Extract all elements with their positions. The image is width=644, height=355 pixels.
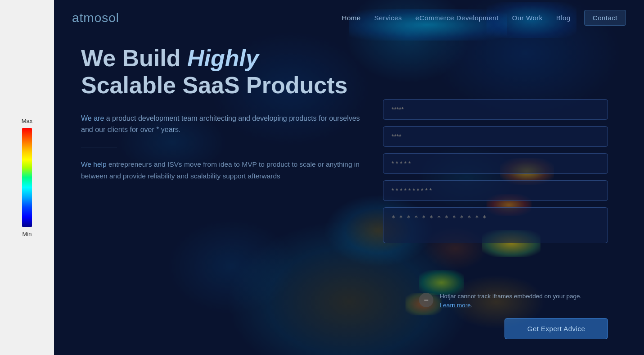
form-field-message[interactable] [383,207,608,243]
nav-item-blog[interactable]: Blog [556,14,571,22]
main-content: atmosol Home Services eCommerce Developm… [54,0,644,355]
hotjar-notice: − Hotjar cannot track iframes embedded o… [419,292,608,310]
nav-link-ecommerce[interactable]: eCommerce Development [415,14,499,22]
get-expert-advice-button[interactable]: Get Expert Advice [504,318,608,339]
nav-link-home[interactable]: Home [342,14,361,22]
contact-form [383,99,608,243]
hotjar-notice-text: Hotjar cannot track iframes embedded on … [440,293,581,300]
hero-description: We are a product development team archit… [81,113,374,136]
minus-icon: − [424,296,429,304]
nav-link-blog[interactable]: Blog [556,14,571,22]
hero-title-highlight: Highly [187,45,259,71]
nav-links: Home Services eCommerce Development Our … [342,14,626,22]
hero-title-normal: We Build [81,45,187,71]
hero-section: We Build Highly Scalable SaaS Products W… [81,45,374,182]
legend-min-label: Min [23,231,32,237]
hero-desc-rest: a product development team architecting … [81,114,360,134]
hero-desc2-rest: entrepreneurs and ISVs move from idea to… [81,160,360,180]
hotjar-text: Hotjar cannot track iframes embedded on … [440,292,581,310]
heatmap-legend: Max Min [0,0,54,355]
form-field-email[interactable] [383,126,608,147]
site-logo[interactable]: atmosol [72,11,119,25]
navbar: atmosol Home Services eCommerce Developm… [54,0,644,36]
cta-button-container: Get Expert Advice [504,318,608,339]
hotjar-icon: − [419,293,433,307]
nav-link-services[interactable]: Services [374,14,402,22]
nav-item-ecommerce[interactable]: eCommerce Development [415,14,499,22]
nav-item-contact[interactable]: Contact [584,14,626,22]
legend-max-label: Max [22,118,33,124]
hero-description2: We help entrepreneurs and ISVs move from… [81,159,374,182]
form-field-phone[interactable] [383,153,608,174]
hero-divider [81,147,117,147]
hero-title: We Build Highly Scalable SaaS Products [81,45,374,99]
legend-gradient-bar [22,128,32,227]
nav-link-ourwork[interactable]: Our Work [512,14,543,22]
hotjar-period: . [471,302,473,309]
hero-we-are: We are [81,114,104,122]
hotjar-learn-more-link[interactable]: Learn more [440,302,471,309]
nav-link-contact[interactable]: Contact [584,10,626,26]
nav-item-services[interactable]: Services [374,14,402,22]
nav-item-ourwork[interactable]: Our Work [512,14,543,22]
nav-item-home[interactable]: Home [342,14,361,22]
form-field-subject[interactable] [383,180,608,201]
hero-we-help: We help [81,160,107,168]
form-field-name[interactable] [383,99,608,120]
hero-title-line2: Scalable SaaS Products [81,72,348,98]
